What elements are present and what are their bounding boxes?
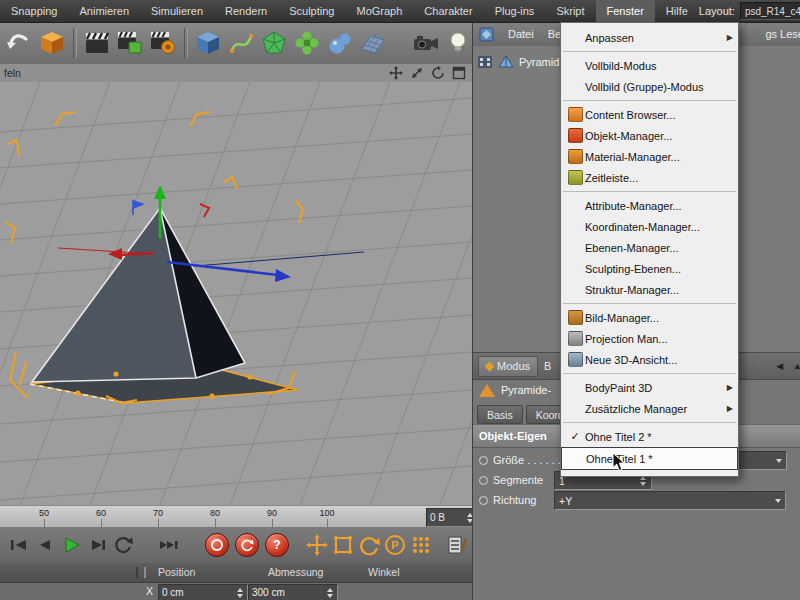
goto-start-button[interactable] — [6, 532, 32, 558]
p-glyph: P — [385, 535, 405, 555]
goto-end-button[interactable] — [156, 532, 182, 558]
clapperboard-icon[interactable] — [81, 27, 114, 60]
menu-skript[interactable]: Skript — [545, 0, 595, 22]
render-settings-icon[interactable] — [147, 27, 180, 60]
menu-sculpting[interactable]: Sculpting — [278, 0, 345, 22]
record-rotation-button[interactable] — [235, 533, 259, 557]
position-x-field[interactable]: 0 cm — [158, 584, 248, 600]
menu-item-neue-3d-ansicht[interactable]: Neue 3D-Ansicht... — [561, 349, 738, 370]
am-up-icon[interactable]: ▲ — [793, 361, 800, 371]
segmente-stepper[interactable] — [640, 476, 647, 486]
menu-hilfe[interactable]: Hilfe — [655, 0, 699, 22]
menu-animieren[interactable]: Animieren — [69, 0, 141, 22]
menu-plugins[interactable]: Plug-ins — [484, 0, 546, 22]
viewport-canvas[interactable] — [0, 82, 472, 505]
richtung-dropdown[interactable]: +Y — [554, 491, 786, 510]
menu-item-koordinaten-manager[interactable]: Koordinaten-Manager... — [561, 216, 738, 237]
menu-item-content-browser[interactable]: Content Browser... — [561, 104, 738, 125]
om-menu-datei[interactable]: Datei — [508, 28, 534, 40]
metaball-icon[interactable] — [323, 27, 356, 60]
tab-basis[interactable]: Basis — [477, 405, 523, 424]
rotate-icon[interactable] — [431, 66, 445, 80]
menu-mograph[interactable]: MoGraph — [345, 0, 413, 22]
loop-button[interactable] — [110, 532, 136, 558]
menu-item-material-manager[interactable]: Material-Manager... — [561, 146, 738, 167]
menu-item-zeitleiste[interactable]: Zeitleiste... — [561, 167, 738, 188]
layout-label: Layout: — [699, 5, 735, 17]
menu-rendern[interactable]: Rendern — [214, 0, 278, 22]
position-x-value: 0 cm — [162, 587, 184, 598]
scale-key-icon[interactable] — [330, 532, 356, 558]
camera-icon[interactable] — [409, 27, 442, 60]
menu-item-anpassen[interactable]: Anpassen ▶ — [561, 27, 738, 48]
submenu-arrow-icon: ▶ — [723, 383, 733, 392]
cube-orange-icon[interactable] — [36, 27, 69, 60]
object-row-pyramide[interactable]: Pyramid — [477, 54, 559, 70]
menu-item-vollbild-modus[interactable]: Vollbild-Modus — [561, 55, 738, 76]
next-frame-button[interactable] — [84, 532, 110, 558]
menu-item-bodypaint-3d[interactable]: BodyPaint 3D ▶ — [561, 377, 738, 398]
menu-snapping[interactable]: Snapping — [0, 0, 69, 22]
am-section-header-label: Objekt-Eigen — [479, 430, 547, 442]
property-bullet-icon[interactable] — [479, 456, 488, 465]
rotate-key-icon[interactable] — [356, 532, 382, 558]
mode-tab[interactable]: Modus — [478, 356, 538, 377]
property-label-groesse: Größe . . . . . . — [493, 454, 561, 466]
prev-frame-button[interactable] — [32, 532, 58, 558]
viewport-scene — [0, 82, 472, 505]
layout-value: psd_R14_c4d — [745, 6, 800, 17]
undo-icon[interactable] — [3, 27, 36, 60]
maximize-icon[interactable] — [452, 66, 466, 80]
parameter-key-icon[interactable]: P — [382, 532, 408, 558]
menu-item-struktur-manager[interactable]: Struktur-Manager... — [561, 279, 738, 300]
menu-item-zusaetzliche-manager[interactable]: Zusätzliche Manager ▶ — [561, 398, 738, 419]
menu-charakter[interactable]: Charakter — [413, 0, 483, 22]
pan-icon[interactable] — [389, 66, 403, 80]
property-label-richtung: Richtung — [493, 494, 536, 506]
axis-row-label: X — [146, 585, 153, 597]
menu-item-sculpting-ebenen[interactable]: Sculpting-Ebenen... — [561, 258, 738, 279]
record-keyframe-button[interactable] — [205, 533, 229, 557]
mograph-icon[interactable] — [290, 27, 323, 60]
menu-item-ohne-titel-2[interactable]: ✓ Ohne Titel 2 * — [561, 426, 738, 447]
am-object-label: Pyramide- — [501, 384, 551, 396]
menu-item-ebenen-manager[interactable]: Ebenen-Manager... — [561, 237, 738, 258]
menu-item-bild-manager[interactable]: Bild-Manager... — [561, 307, 738, 328]
pla-key-icon[interactable] — [408, 532, 434, 558]
autokey-help-button[interactable]: ? — [265, 533, 289, 557]
move-key-icon[interactable] — [304, 532, 330, 558]
play-button[interactable] — [58, 532, 84, 558]
size-x-stepper[interactable] — [327, 588, 334, 598]
current-frame-field[interactable]: 0 B — [426, 508, 478, 527]
layout-select[interactable]: psd_R14_c4d — [740, 2, 800, 20]
light-icon[interactable] — [442, 27, 475, 60]
menu-simulieren[interactable]: Simulieren — [140, 0, 214, 22]
menu-separator — [563, 373, 736, 374]
history-back-icon[interactable]: ◀ — [776, 361, 783, 371]
zoom-icon[interactable] — [410, 66, 424, 80]
viewport-grid — [0, 82, 472, 505]
plane-icon[interactable] — [356, 27, 389, 60]
size-x-field[interactable]: 300 cm — [248, 584, 338, 600]
cube-blue-icon[interactable] — [192, 27, 225, 60]
position-x-stepper[interactable] — [237, 588, 244, 598]
menu-item-attribute-manager[interactable]: Attribute-Manager... — [561, 195, 738, 216]
spline-icon[interactable] — [225, 27, 258, 60]
om-menu-right-fragment[interactable]: gs Lese: — [765, 28, 800, 40]
timeline-ruler[interactable]: 50 60 70 80 90 100 0 B — [0, 505, 472, 529]
platonic-icon[interactable] — [257, 27, 290, 60]
pyramid-object — [32, 208, 245, 382]
menu-fenster[interactable]: Fenster — [596, 0, 655, 22]
property-bullet-icon[interactable] — [479, 496, 488, 505]
menu-separator — [563, 100, 736, 101]
menu-item-ohne-titel-1[interactable]: Ohne Titel 1 * — [561, 447, 738, 470]
timeline-edit-icon[interactable] — [444, 532, 470, 558]
clapperboard-green-icon[interactable] — [114, 27, 147, 60]
property-bullet-icon[interactable] — [479, 476, 488, 485]
menu-item-vollbild-gruppe-modus[interactable]: Vollbild (Gruppe)-Modus — [561, 76, 738, 97]
panel-grip-icon[interactable] — [136, 567, 146, 578]
menu-item-projection-man[interactable]: Projection Man... — [561, 328, 738, 349]
coordinates-panel: Position Abmessung Winkel X 0 cm 300 cm — [0, 563, 472, 600]
menu-item-objekt-manager[interactable]: Objekt-Manager... — [561, 125, 738, 146]
layout-switcher: Layout: psd_R14_c4d — [699, 2, 800, 20]
